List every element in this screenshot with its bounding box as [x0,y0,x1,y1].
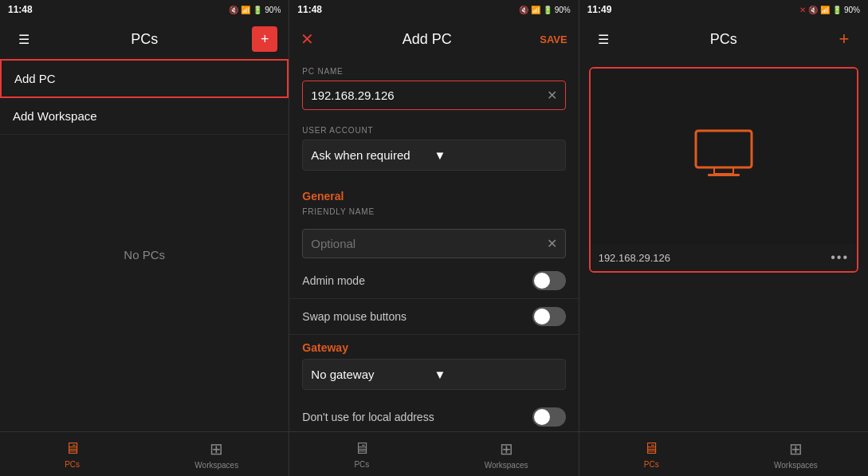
pcs-nav-icon-2: 🖥 [354,439,370,458]
dont-use-local-row: Don't use for local address [289,399,578,431]
panel1-title: PCs [131,31,158,48]
nav-pcs-2[interactable]: 🖥 PCs [289,439,434,469]
workspaces-nav-label-2: Workspaces [485,461,528,470]
pc-card-options-button[interactable]: ••• [831,250,849,265]
signal-icon: 📶 [241,6,250,14]
signal-icon-2: 📶 [531,6,540,14]
header-3: ☰ PCs + [579,19,868,59]
save-button[interactable]: SAVE [540,33,567,45]
workspaces-nav-icon-3: ⊞ [789,439,803,458]
battery-icon-2: 🔋 [543,6,552,14]
friendly-name-input[interactable] [311,237,546,250]
add-pc-header-title: Add PC [403,31,452,48]
friendly-name-section: FRIENDLY NAME [289,207,578,229]
add-workspace-menu-item[interactable]: Add Workspace [0,98,289,135]
panel3-title: PCs [710,31,737,48]
monitor-icon [692,127,756,186]
panel-add-pc: 11:48 🔇 📶 🔋 90% ✕ Add PC SAVE PC NAME ✕ … [289,0,579,476]
status-icons-3: ✕ 🔇 📶 🔋 90% [799,6,860,14]
pcs-list-content: Add PC Add Workspace No PCs [0,59,289,431]
pc-card: 192.168.29.126 ••• [589,67,858,273]
bottom-nav-3: 🖥 PCs ⊞ Workspaces [579,431,868,476]
pc-name-input-container: ✕ [302,81,565,110]
dont-use-local-label: Don't use for local address [302,411,434,423]
friendly-name-input-container: ✕ [302,229,565,258]
battery-pct: 90% [265,6,281,14]
user-account-dropdown[interactable]: Ask when required ▼ [302,140,565,171]
pcs-nav-label-1: PCs [65,460,80,469]
clear-pc-name-button[interactable]: ✕ [547,88,557,103]
panel-pcs-list: 11:48 🔇 📶 🔋 90% ☰ PCs + Add PC Add Works… [0,0,289,476]
nav-pcs-1[interactable]: 🖥 PCs [0,439,144,469]
admin-mode-row: Admin mode [289,263,578,299]
time-3: 11:49 [587,4,612,15]
volume-icon-3: 🔇 [808,6,818,14]
add-pc-header-button[interactable]: + [252,26,277,52]
pcs-card-content: 192.168.29.126 ••• [579,59,868,431]
close-button[interactable]: ✕ [300,30,314,49]
svg-rect-0 [696,131,752,167]
signal-icon-3: 📶 [820,6,830,14]
add-pc-form-content: PC NAME ✕ USER ACCOUNT Ask when required… [289,59,578,431]
workspaces-nav-icon-1: ⊞ [210,439,223,458]
time-1: 11:48 [8,4,33,15]
add-pc-button-3[interactable]: + [831,26,857,52]
status-icons-1: 🔇 📶 🔋 90% [229,6,281,14]
pcs-nav-label-3: PCs [644,460,659,469]
user-account-chevron-down-icon: ▼ [434,148,557,162]
workspaces-nav-label-3: Workspaces [774,461,818,470]
gateway-dropdown-container: No gateway ▼ [289,359,578,399]
hamburger-menu-button[interactable]: ☰ [11,26,37,52]
hamburger-menu-button-3[interactable]: ☰ [591,26,616,52]
pc-card-name: 192.168.29.126 [599,252,670,264]
user-account-label: USER ACCOUNT [302,126,565,135]
swap-mouse-toggle[interactable] [532,307,566,326]
battery-icon: 🔋 [253,6,262,14]
admin-mode-toggle[interactable] [532,271,566,290]
gateway-chevron-down-icon: ▼ [434,368,557,381]
gateway-value: No gateway [311,368,434,381]
pc-name-section: PC NAME ✕ [289,59,578,126]
swap-mouse-row: Swap mouse buttons [289,299,578,335]
pc-name-input[interactable] [311,89,546,102]
pc-card-image [591,69,857,244]
status-bar-1: 11:48 🔇 📶 🔋 90% [0,0,289,19]
nav-workspaces-2[interactable]: ⊞ Workspaces [434,439,579,470]
status-icons-2: 🔇 📶 🔋 90% [519,6,571,14]
header-2: ✕ Add PC SAVE [289,19,578,59]
swap-mouse-label: Swap mouse buttons [302,310,407,323]
gateway-dropdown[interactable]: No gateway ▼ [302,359,565,390]
workspaces-nav-label-1: Workspaces [194,461,238,470]
workspaces-nav-icon-2: ⊞ [500,439,513,458]
battery-icon-3: 🔋 [832,6,842,14]
time-2: 11:48 [297,4,322,15]
nav-pcs-3[interactable]: 🖥 PCs [579,439,724,469]
admin-mode-label: Admin mode [302,274,365,287]
header-1: ☰ PCs + [0,19,289,59]
clear-friendly-name-button[interactable]: ✕ [547,236,557,251]
volume-icon: 🔇 [229,6,238,14]
pc-card-footer: 192.168.29.126 ••• [591,244,857,271]
bottom-nav-2: 🖥 PCs ⊞ Workspaces [289,431,578,476]
volume-icon-2: 🔇 [519,6,528,14]
battery-pct-3: 90% [844,6,860,14]
close-icon-3: ✕ [799,6,806,14]
nav-workspaces-3[interactable]: ⊞ Workspaces [724,439,868,470]
panel-pcs-card: 11:49 ✕ 🔇 📶 🔋 90% ☰ PCs + [579,0,868,476]
pcs-nav-label-2: PCs [354,460,369,469]
nav-workspaces-1[interactable]: ⊞ Workspaces [144,439,289,470]
add-pc-menu-item[interactable]: Add PC [0,59,289,98]
pcs-nav-icon-1: 🖥 [65,439,81,458]
svg-rect-2 [708,174,740,176]
pc-name-label: PC NAME [302,67,565,76]
no-pcs-label: No PCs [0,135,289,374]
status-bar-2: 11:48 🔇 📶 🔋 90% [289,0,578,19]
gateway-section-title: Gateway [289,335,578,359]
pcs-nav-icon-3: 🖥 [643,439,659,458]
friendly-name-label: FRIENDLY NAME [302,207,565,216]
user-account-value: Ask when required [311,148,434,162]
general-section-title: General [289,183,578,207]
user-account-section: USER ACCOUNT Ask when required ▼ [289,126,578,183]
status-bar-3: 11:49 ✕ 🔇 📶 🔋 90% [579,0,868,19]
dont-use-local-toggle[interactable] [532,407,566,427]
